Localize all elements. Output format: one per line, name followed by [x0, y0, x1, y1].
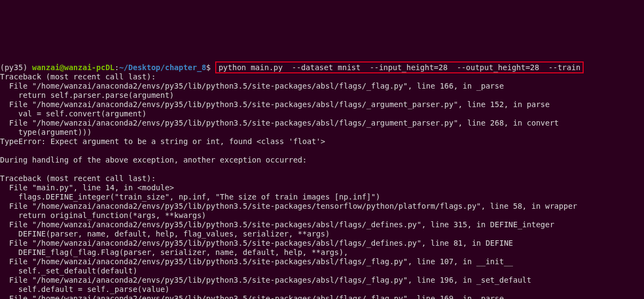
traceback-2-line: flags.DEFINE_integer("train_size", np.in… [0, 192, 380, 201]
traceback-1-line: val = self.convert(argument) [0, 109, 147, 118]
traceback-2-header: Traceback (most recent call last): [0, 174, 156, 183]
traceback-1-error: TypeError: Expect argument to be a strin… [0, 137, 325, 146]
traceback-1-line: File "/home/wanzai/anaconda2/envs/py35/l… [0, 119, 559, 127]
prompt-dollar: $ [206, 63, 215, 72]
prompt-env: (py35) [0, 63, 32, 72]
traceback-2-line: File "/home/wanzai/anaconda2/envs/py35/l… [0, 294, 504, 299]
prompt-sep: : [115, 63, 119, 72]
mid-exception-msg: During handling of the above exception, … [0, 155, 307, 164]
traceback-2-line: File "/home/wanzai/anaconda2/envs/py35/l… [0, 257, 513, 266]
traceback-1-line: File "/home/wanzai/anaconda2/envs/py35/l… [0, 100, 549, 109]
prompt-path: ~/Desktop/chapter_8 [119, 63, 206, 72]
prompt-line-1: (py35) wanzai@wanzai-pcDL:~/Desktop/chap… [0, 61, 584, 73]
traceback-2-line: File "/home/wanzai/anaconda2/envs/py35/l… [0, 202, 577, 210]
traceback-2-line: self._set_default(default) [0, 266, 137, 275]
traceback-2-line: DEFINE_flag(_flag.Flag(parser, serialize… [0, 248, 348, 257]
traceback-2-line: return original_function(*args, **kwargs… [0, 211, 206, 220]
command-highlight-box: python main.py --dataset mnist --input_h… [215, 61, 584, 73]
traceback-1-header: Traceback (most recent call last): [0, 72, 156, 81]
traceback-2-line: File "/home/wanzai/anaconda2/envs/py35/l… [0, 239, 513, 247]
traceback-2-line: DEFINE(parser, name, default, help, flag… [0, 229, 330, 238]
traceback-2-line: File "/home/wanzai/anaconda2/envs/py35/l… [0, 276, 532, 284]
traceback-1-line: type(argument))) [0, 128, 92, 136]
traceback-2-line: File "/home/wanzai/anaconda2/envs/py35/l… [0, 220, 554, 229]
terminal-output[interactable]: (py35) wanzai@wanzai-pcDL:~/Desktop/chap… [0, 63, 644, 299]
traceback-2-line: File "main.py", line 14, in <module> [0, 183, 174, 192]
prompt-user: wanzai@wanzai-pcDL [32, 63, 115, 72]
traceback-1-line: File "/home/wanzai/anaconda2/envs/py35/l… [0, 82, 504, 90]
traceback-1-line: return self.parser.parse(argument) [0, 91, 174, 99]
traceback-2-line: self.default = self._parse(value) [0, 285, 170, 294]
